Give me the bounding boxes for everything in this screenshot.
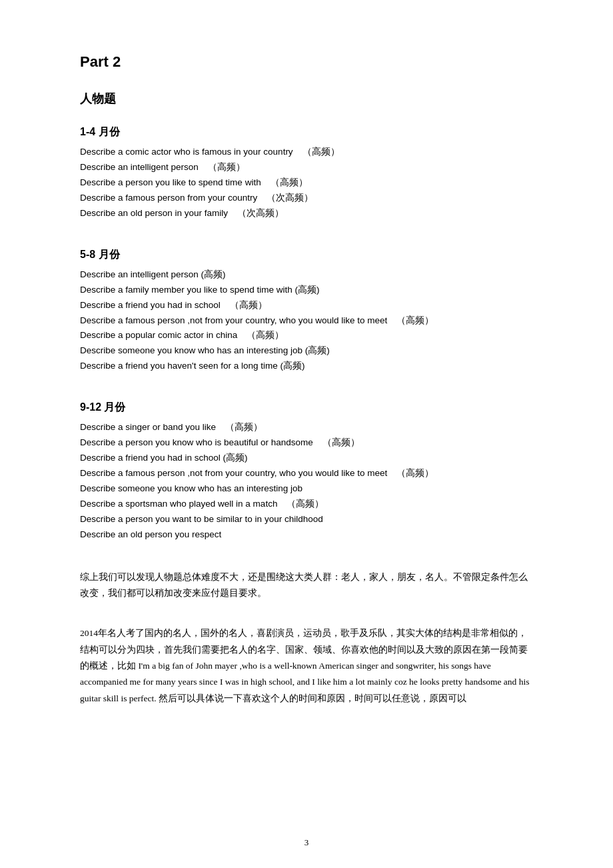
- list-item: Describe someone you know who has an int…: [80, 481, 533, 497]
- list-item: Describe a famous person ,not from your …: [80, 313, 533, 329]
- list-item: Describe a singer or band you like （高频）: [80, 420, 533, 435]
- list-item: Describe a person you want to be similar…: [80, 512, 533, 527]
- summary-text-1: 综上我们可以发现人物题总体难度不大，还是围绕这大类人群：老人，家人，朋友，名人。…: [80, 569, 533, 602]
- subsection-1-4-title: 1-4 月份: [80, 125, 533, 139]
- list-item: Describe a famous person ,not from your …: [80, 466, 533, 481]
- list-item: Describe an old person you respect: [80, 527, 533, 543]
- list-item: Describe a popular comic actor in china …: [80, 328, 533, 343]
- main-section-title: 人物题: [80, 91, 533, 107]
- list-item: Describe a friend you had in school （高频）: [80, 298, 533, 313]
- subsection-1-4-items: Describe a comic actor who is famous in …: [80, 145, 533, 221]
- list-item: Describe a sportsman who played well in …: [80, 497, 533, 512]
- subsection-9-12-items: Describe a singer or band you like （高频） …: [80, 420, 533, 543]
- list-item: Describe an intelligent person (高频): [80, 267, 533, 283]
- page-number: 3: [0, 837, 613, 848]
- part-title: Part 2: [80, 53, 533, 71]
- list-item: Describe a family member you like to spe…: [80, 283, 533, 298]
- subsection-1-4: 1-4 月份 Describe a comic actor who is fam…: [80, 125, 533, 221]
- list-item: Describe a friend you haven't seen for a…: [80, 359, 533, 374]
- subsection-9-12-title: 9-12 月份: [80, 401, 533, 415]
- list-item: Describe a person you know who is beauti…: [80, 435, 533, 451]
- page-container: Part 2 人物题 1-4 月份 Describe a comic actor…: [0, 0, 613, 868]
- summary-text-2: 2014年名人考了国内的名人，国外的名人，喜剧演员，运动员，歌手及乐队，其实大体…: [80, 625, 533, 706]
- subsection-5-8: 5-8 月份 Describe an intelligent person (高…: [80, 248, 533, 375]
- main-section-title-block: 人物题: [80, 91, 533, 107]
- list-item: Describe a friend you had in school (高频): [80, 451, 533, 466]
- summary-block-1: 综上我们可以发现人物题总体难度不大，还是围绕这大类人群：老人，家人，朋友，名人。…: [80, 569, 533, 602]
- summary-block-2: 2014年名人考了国内的名人，国外的名人，喜剧演员，运动员，歌手及乐队，其实大体…: [80, 625, 533, 706]
- subsection-5-8-title: 5-8 月份: [80, 248, 533, 262]
- list-item: Describe an old person in your family （次…: [80, 206, 533, 221]
- list-item: Describe a famous person from your count…: [80, 191, 533, 206]
- part-section: Part 2: [80, 53, 533, 71]
- list-item: Describe an intelligent person （高频）: [80, 160, 533, 175]
- list-item: Describe a person you like to spend time…: [80, 175, 533, 191]
- list-item: Describe a comic actor who is famous in …: [80, 145, 533, 160]
- subsection-5-8-items: Describe an intelligent person (高频) Desc…: [80, 267, 533, 375]
- subsection-9-12: 9-12 月份 Describe a singer or band you li…: [80, 401, 533, 543]
- list-item: Describe someone you know who has an int…: [80, 343, 533, 359]
